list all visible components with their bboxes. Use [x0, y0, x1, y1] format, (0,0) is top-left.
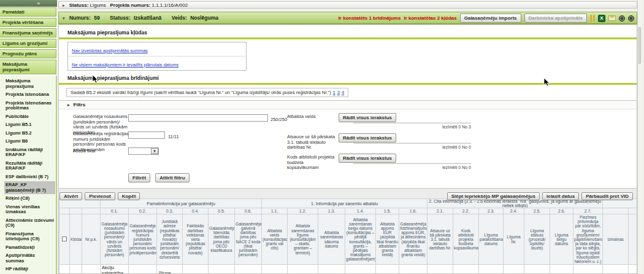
sidebar-item-projekta-steno-ana[interactable]: Projekta īstenošana: [4, 91, 55, 99]
selected-count-text: Iezīmēti 0 No 0: [442, 145, 471, 149]
filter-right-label: Atbalsta veids: [287, 114, 336, 120]
sidebar-section-maks-juma-piepras-jumi[interactable]: Maksājuma pieprasījumi: [0, 60, 56, 74]
cell-c16: 0.00: [399, 265, 427, 274]
chevron-down-icon[interactable]: ▼: [151, 148, 158, 154]
sidebar-item-r-ini-c8-[interactable]: Rēķini (C8): [4, 195, 55, 203]
approve-button[interactable]: Darbinieka apstiprināts: [524, 14, 587, 23]
column-number: [629, 208, 637, 214]
sidebar-item-publicit-te[interactable]: Publicitāte: [4, 113, 55, 121]
collapse-arrow-icon[interactable]: ▾: [63, 16, 65, 21]
column-header-c05: Galasaņēmēja īstenotās darbības joma pēc…: [209, 214, 235, 265]
column-number: [70, 208, 82, 214]
column-header-izm: Izmaiņas: [603, 214, 629, 265]
open-button[interactable]: Atvērt: [59, 192, 82, 200]
column-header-c11: Atbalsta veids (konsultācijas, grants va…: [262, 214, 288, 265]
excel-export-icon[interactable]: X: [598, 15, 605, 22]
sidebar-section-l-gums-un-groz-jumi[interactable]: Līgums un grozījumi: [0, 39, 56, 48]
sidebar-section-progno-u-pl-ns[interactable]: Prognožu plāns: [0, 49, 56, 58]
sidebar-collapse-icon[interactable]: «: [37, 1, 40, 6]
selection-progress-bar: [353, 143, 471, 144]
select-all-checkbox[interactable]: [62, 237, 67, 241]
reg-filter-input[interactable]: [128, 131, 165, 139]
column-header-c26: Līguma beigu datums: [550, 214, 573, 265]
sidebar-item-hp-r-d-t-ji[interactable]: HP rādītāji: [4, 265, 55, 273]
sidebar-item-l-gumi-b6[interactable]: Līgumi B6: [4, 138, 55, 146]
sidebar-item-rezult-ta-r-d-t-ji-eraf-kf[interactable]: Rezultāta rādītāji ERAF/KF: [4, 160, 55, 173]
import-button[interactable]: Galasaņēmēju imports: [460, 14, 521, 23]
round-button-2-icon[interactable]: [628, 15, 634, 22]
load-data-button[interactable]: Ielasīt datus: [542, 192, 579, 200]
column-number: 2.7.: [573, 208, 603, 214]
envelope-icon[interactable]: [608, 15, 616, 21]
column-number: 1.5.: [376, 208, 399, 214]
sidebar-item-l-gumi-b5-1[interactable]: Līgumi B5.1: [4, 121, 55, 129]
sidebar-item-esf-dal-bnieki-b-7-[interactable]: ESF dalībnieki (B 7): [4, 173, 55, 181]
sidebar-section-pamatdati[interactable]: Pamatdati: [0, 7, 56, 17]
column-header-end: [629, 214, 637, 265]
cell-c06: [235, 265, 262, 274]
show-all-records-button[interactable]: Rādīt visus ierakstus: [339, 133, 396, 143]
column-header-err: Kļūdas: [70, 214, 82, 265]
column-number: 0.4.: [183, 208, 209, 214]
row-error-cell: [70, 265, 82, 274]
hide-previous-recipients-button[interactable]: Slēpt iepriekšējo MP galasaņēmējus: [447, 192, 540, 200]
column-number: 0.2.: [129, 208, 157, 214]
warning-detail-link[interactable]: 1: [333, 90, 335, 95]
expand-arrow-icon[interactable]: ▸: [63, 3, 65, 8]
scrollbar-thumb[interactable]: [638, 27, 641, 64]
sidebar-item-izn-kuma-r-d-t-ji-eraf-kf[interactable]: Iznākuma rādītāji ERAF/KF: [4, 146, 55, 159]
numurs-label: Numurs:: [69, 15, 91, 21]
warning-message-text: Sadaļā B5.2 eksistē vairāki līdzīgi līgu…: [71, 90, 331, 95]
filter-section-bar[interactable]: ▸Filtrs: [59, 101, 637, 109]
column-header-c01: Galasaņēmēja nosaukums (juridiskām perso…: [101, 214, 129, 265]
filter-clear-button[interactable]: Attīrīt filtru: [155, 173, 189, 182]
sidebar-item-attiecin-mie-izdevumi-c9-[interactable]: Attiecināmie izdevumi (C9): [4, 217, 55, 230]
error-link[interactable]: Ne visiem maksājumiem ir ievadīts plānot…: [72, 62, 178, 68]
error-link[interactable]: Nav izveidotas apstiprinātās summas: [72, 48, 148, 53]
table-row[interactable]: 1Akciju sabiedrība, ar nerezidentāja reģ…: [59, 265, 638, 274]
vertical-scrollbar[interactable]: [637, 0, 641, 274]
column-header-c16: Galasaņēmēja līdzfinansējuma apjoms EUR,…: [399, 214, 427, 265]
cell-c13: [318, 265, 345, 274]
column-number: 0.3.: [157, 208, 183, 214]
cell-izm: [603, 265, 629, 274]
cell-c15: 0.00: [376, 265, 399, 274]
statuss-value: Izskatīšanā: [134, 15, 161, 21]
copy-button[interactable]: Kopēt: [118, 192, 140, 200]
column-header-c22: Kods atbilstoši projekta budžeta kopsavi…: [453, 214, 479, 265]
sidebar-item-finans-juma-izlietojums-c9-[interactable]: Finansējuma izlietojums (C9): [4, 230, 55, 243]
sidebar-item-maks-juma-piepras-jums[interactable]: Maksājuma pieprasījums: [4, 77, 55, 90]
sidebar-item-eraf-kf-galasa-m-ji-b-7-[interactable]: ERAF_KF galasaņēmēji (B 7): [4, 181, 55, 194]
sidebar-section-projekta-v-rt-ana[interactable]: Projekta vērtēšana: [0, 18, 56, 27]
sidebar-section-finans-juma-sa-m-js[interactable]: Finansējuma saņēmējs: [0, 28, 56, 37]
selected-count-text: Iezīmēti 0 No 3: [442, 125, 471, 129]
errors-section-title: Maksājuma pieprasījuma kļūdas: [59, 25, 637, 37]
warning-detail-link[interactable]: 3: [337, 90, 340, 95]
sidebar-item-vienas-vien-bas-izmaksas[interactable]: Vienas vienības izmaksas: [4, 203, 55, 216]
sidebar-item-l-gumi-b5-2[interactable]: Līgumi B5.2: [4, 130, 55, 138]
show-all-records-button[interactable]: Rādīt visus ierakstus: [339, 113, 396, 122]
column-number: 2.1.: [427, 208, 453, 214]
check-vid-button[interactable]: Pārbaudīt pret VID: [581, 192, 633, 200]
warning-detail-link[interactable]: 4: [342, 90, 344, 95]
selected-count-text: Iezīmēti 0 No 0: [442, 165, 471, 170]
cell-c22: [453, 265, 479, 274]
select-only-dropdown[interactable]: ▼: [128, 147, 159, 155]
name-filter-input[interactable]: [128, 114, 268, 122]
filter-right-group: Atsauce uz šā pārskata 3.1. tabulā iekļa…: [287, 133, 477, 150]
expand-arrow-icon[interactable]: ▸: [67, 103, 70, 108]
cell-c26: n/a: [550, 265, 573, 274]
main-panel: ▸ Statuss: Līgums Projekta numurs: 1.1.1…: [58, 0, 641, 274]
column-header-c12: Atbalsta saņemšanas līgums (konsultācijā…: [288, 214, 318, 265]
show-all-records-button[interactable]: Rādīt visus ierakstus: [339, 154, 396, 163]
add-button[interactable]: Pievienot: [85, 192, 115, 200]
round-button-1-icon[interactable]: [619, 15, 625, 22]
error-count-text: Ir konstatētas 2 kļūdas: [404, 15, 456, 21]
sidebar-item-apstiprin-t-s-summas[interactable]: Apstiprinātās summas: [4, 252, 55, 265]
sidebar-item-projekta-steno-anas-probl-mas[interactable]: Projekta īstenošanas problēmas: [4, 100, 55, 112]
sidebar-item-pamatl-dzek-i[interactable]: Pamatlīdzekļi: [4, 244, 55, 252]
filter-right-label: Atsauce uz šā pārskata 3.1. tabulā iekļa…: [287, 135, 336, 151]
column-number: 1.1.: [262, 208, 288, 214]
filter-apply-button[interactable]: Filtrēt: [128, 173, 150, 182]
error-link-row: Nav izveidotas apstiprinātās summas: [68, 42, 246, 57]
